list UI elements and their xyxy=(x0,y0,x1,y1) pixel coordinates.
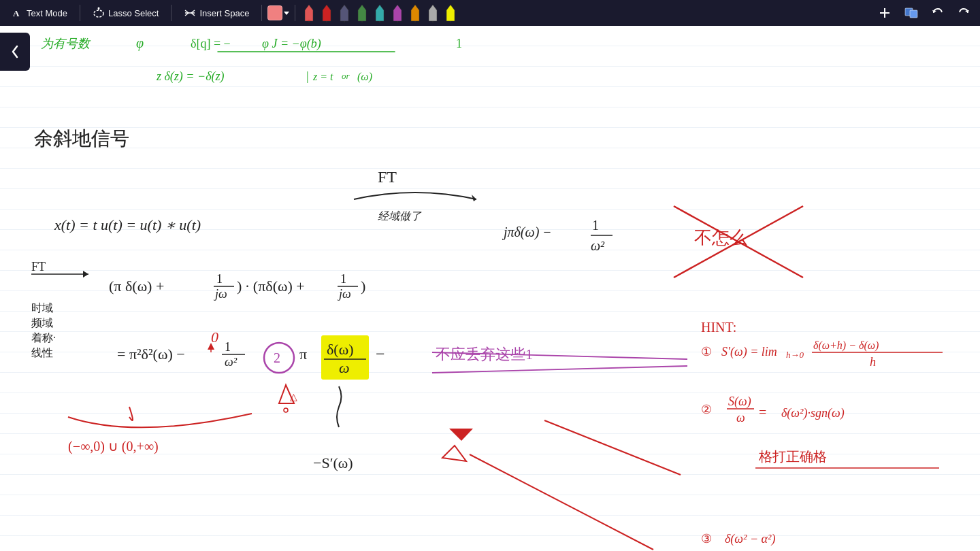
separator-1 xyxy=(80,5,80,21)
svg-line-53 xyxy=(674,206,803,278)
pen-tools-group xyxy=(301,2,459,24)
svg-text:1: 1 xyxy=(456,37,462,50)
svg-text:ω²: ω² xyxy=(591,238,605,253)
separator-3 xyxy=(261,5,262,21)
svg-text:φ: φ xyxy=(136,35,144,51)
undo-icon xyxy=(931,6,945,20)
svg-marker-58 xyxy=(83,271,88,278)
separator-4 xyxy=(295,5,295,21)
pen-yellow-icon xyxy=(445,3,456,22)
text-mode-label: Text Mode xyxy=(27,8,67,18)
svg-text:0: 0 xyxy=(211,329,218,346)
svg-text:jω: jω xyxy=(338,287,351,301)
svg-text:HINT:: HINT: xyxy=(701,320,736,335)
svg-text:δ(ω+h) − δ(ω): δ(ω+h) − δ(ω) xyxy=(813,339,879,352)
pen-gray[interactable] xyxy=(336,2,353,24)
pen-green[interactable] xyxy=(354,2,370,24)
pen-orange[interactable] xyxy=(407,2,423,24)
svg-text:=: = xyxy=(759,405,766,420)
color-picker-group[interactable] xyxy=(267,5,289,20)
svg-marker-90 xyxy=(279,385,294,403)
svg-text:③: ③ xyxy=(701,532,712,546)
svg-text:): ) xyxy=(361,278,365,295)
back-button[interactable] xyxy=(0,33,30,71)
pen-red-2-icon xyxy=(321,3,332,22)
svg-text:(−∞,0) ∪ (0,+∞): (−∞,0) ∪ (0,+∞) xyxy=(68,439,159,454)
active-color-swatch[interactable] xyxy=(267,5,282,20)
svg-text:−: − xyxy=(376,345,385,363)
svg-line-98 xyxy=(544,420,681,475)
svg-text:π: π xyxy=(299,346,307,363)
svg-marker-12 xyxy=(323,5,331,21)
layers-button[interactable] xyxy=(900,3,923,22)
svg-text:△: △ xyxy=(290,392,297,402)
text-mode-button[interactable]: A Text Mode xyxy=(5,5,74,21)
separator-2 xyxy=(171,5,172,21)
add-button[interactable] xyxy=(874,3,896,22)
svg-line-54 xyxy=(674,206,803,278)
insert-space-button[interactable]: Insert Space xyxy=(177,4,256,22)
svg-text:①: ① xyxy=(701,345,712,358)
handwriting-canvas: 为有号数 φ δ[q] = − φ J = −φ(b) 1 z δ(z) = −… xyxy=(0,26,980,551)
svg-text:h: h xyxy=(870,355,876,369)
pen-red-1[interactable] xyxy=(301,2,317,24)
insert-space-label: Insert Space xyxy=(199,8,249,18)
add-icon xyxy=(878,6,892,20)
svg-marker-20 xyxy=(393,5,402,21)
svg-point-79 xyxy=(264,343,294,373)
svg-text:1: 1 xyxy=(216,272,223,286)
svg-text:1: 1 xyxy=(225,340,231,354)
color-dropdown-arrow xyxy=(284,12,289,15)
svg-text:jω: jω xyxy=(214,287,227,301)
undo-button[interactable] xyxy=(927,3,949,22)
section-heading: 余斜地信号 xyxy=(34,128,129,149)
svg-text:ω²: ω² xyxy=(225,355,238,369)
pen-purple[interactable] xyxy=(389,2,406,24)
redo-button[interactable] xyxy=(953,3,975,22)
svg-marker-26 xyxy=(446,5,455,21)
svg-line-97 xyxy=(470,454,653,550)
svg-text:) · (πδ(ω) +: ) · (πδ(ω) + xyxy=(237,278,305,295)
svg-marker-32 xyxy=(932,10,936,13)
pen-light-gray[interactable] xyxy=(425,2,441,24)
svg-text:ω: ω xyxy=(339,359,350,376)
canvas-area[interactable]: 为有号数 φ δ[q] = − φ J = −φ(b) 1 z δ(z) = −… xyxy=(0,26,980,551)
svg-text:δ(ω² − α²): δ(ω² − α²) xyxy=(725,532,775,546)
svg-text:A: A xyxy=(13,8,20,18)
pen-yellow[interactable] xyxy=(442,2,459,24)
pen-light-gray-icon xyxy=(427,3,438,22)
svg-text:z δ(z) = −δ(z): z δ(z) = −δ(z) xyxy=(156,69,225,84)
svg-marker-46 xyxy=(472,195,476,201)
svg-point-91 xyxy=(284,408,288,412)
svg-line-89 xyxy=(432,366,687,373)
pen-purple-icon xyxy=(392,3,403,22)
pen-green-icon xyxy=(357,3,368,22)
svg-point-1 xyxy=(94,10,103,17)
svg-text:δ(ω²)·sgn(ω): δ(ω²)·sgn(ω) xyxy=(781,406,845,420)
svg-marker-96 xyxy=(442,446,466,461)
svg-text:z = t: z = t xyxy=(312,71,333,82)
svg-marker-22 xyxy=(411,5,419,21)
svg-text:不怎么: 不怎么 xyxy=(694,228,747,248)
toolbar-right-group xyxy=(874,3,975,22)
svg-text:不应丢弃这些1: 不应丢弃这些1 xyxy=(436,346,533,363)
svg-marker-14 xyxy=(340,5,348,21)
svg-text:ω: ω xyxy=(736,411,745,424)
svg-text:−S′(ω): −S′(ω) xyxy=(313,454,353,471)
svg-text:δ[q] = −: δ[q] = − xyxy=(191,37,231,50)
svg-marker-16 xyxy=(358,5,366,21)
pen-red-2[interactable] xyxy=(318,2,335,24)
svg-text:2: 2 xyxy=(274,350,280,365)
svg-text:|: | xyxy=(306,69,309,83)
svg-text:着称·: 着称· xyxy=(31,332,56,344)
lasso-select-button[interactable]: Lasso Select xyxy=(86,4,165,22)
pen-orange-icon xyxy=(410,3,421,22)
svg-text:线性: 线性 xyxy=(31,347,53,358)
svg-marker-18 xyxy=(376,5,384,21)
back-chevron-icon xyxy=(10,44,20,60)
svg-text:S′(ω) = lim: S′(ω) = lim xyxy=(721,345,777,359)
pen-teal[interactable] xyxy=(372,2,388,24)
pen-teal-icon xyxy=(374,3,385,22)
svg-text:or: or xyxy=(342,71,350,81)
redo-icon xyxy=(957,6,970,20)
